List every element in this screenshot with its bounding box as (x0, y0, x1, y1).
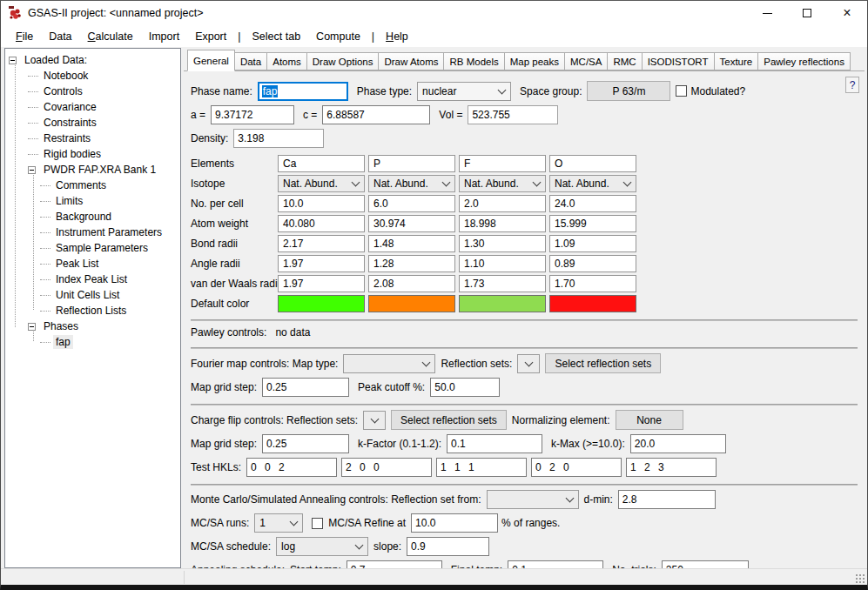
test-hkl-input[interactable] (246, 458, 337, 477)
mcsa-runs-dropdown[interactable]: 1 (254, 513, 303, 533)
mcsa-schedule-dropdown[interactable]: log (276, 537, 368, 556)
tab-general[interactable]: General (187, 50, 235, 71)
tree-item-index-peak-list[interactable]: Index Peak List (5, 272, 180, 287)
tab-rmc[interactable]: RMC (607, 52, 642, 70)
tree-item-rigid-bodies[interactable]: Rigid bodies (5, 146, 180, 162)
tab-data[interactable]: Data (234, 52, 267, 70)
bond-radii-field[interactable]: 1.09 (549, 235, 636, 252)
tree-item-fap[interactable]: fap (5, 334, 180, 350)
no-per-cell-field[interactable]: 6.0 (368, 195, 455, 212)
start-temp-input[interactable] (347, 560, 442, 568)
tree-item-reflection-lists[interactable]: Reflection Lists (5, 303, 180, 318)
tree-item-unit-cells-list[interactable]: Unit Cells List (5, 287, 180, 303)
help-button[interactable]: ? (845, 77, 859, 93)
bond-radii-field[interactable]: 1.48 (368, 235, 455, 252)
peak-cutoff-input[interactable] (430, 378, 500, 397)
tree-item-instrument-parameters[interactable]: Instrument Parameters (5, 225, 180, 240)
final-temp-input[interactable] (508, 560, 603, 568)
tree-item-peak-list[interactable]: Peak List (5, 256, 180, 272)
test-hkl-input[interactable] (341, 458, 432, 477)
tree-item-covariance[interactable]: Covariance (5, 99, 180, 115)
map-type-dropdown[interactable] (343, 354, 435, 373)
no-per-cell-field[interactable]: 24.0 (549, 195, 636, 212)
space-group-button[interactable]: P 63/m (587, 81, 670, 101)
tab-draw-options[interactable]: Draw Options (306, 52, 380, 70)
menu-calculate[interactable]: Calculate (80, 27, 141, 46)
bond-radii-field[interactable]: 2.17 (278, 235, 365, 252)
color-swatch[interactable] (459, 295, 546, 312)
vdw-radii-field[interactable]: 2.08 (368, 275, 455, 292)
tree-item-constraints[interactable]: Constraints (5, 115, 180, 131)
cf-map-grid-step-input[interactable] (262, 434, 349, 453)
tab-rb-models[interactable]: RB Models (443, 52, 504, 70)
tree-item-phases[interactable]: Phases (5, 318, 180, 334)
isotope-dropdown[interactable]: Nat. Abund. (278, 175, 365, 192)
color-swatch[interactable] (278, 295, 365, 312)
tab-isodistort[interactable]: ISODISTORT (642, 52, 715, 70)
tree-item-restraints[interactable]: Restraints (5, 131, 180, 146)
phase-type-dropdown[interactable]: nuclear (417, 82, 511, 101)
mcsa-refine-input[interactable] (411, 513, 498, 533)
k-factor-input[interactable] (447, 434, 542, 453)
vdw-radii-field[interactable]: 1.70 (549, 275, 636, 292)
collapse-icon[interactable] (9, 57, 17, 64)
menu-file[interactable]: File (8, 27, 41, 46)
angle-radii-field[interactable]: 1.97 (278, 255, 365, 272)
color-swatch[interactable] (549, 295, 636, 312)
minimize-button[interactable] (747, 1, 787, 25)
no-per-cell-field[interactable]: 2.0 (459, 195, 546, 212)
test-hkl-input[interactable] (626, 458, 717, 477)
map-grid-step-input[interactable] (262, 378, 349, 397)
slope-input[interactable] (407, 537, 489, 556)
tab-draw-atoms[interactable]: Draw Atoms (378, 52, 444, 70)
test-hkl-input[interactable] (436, 458, 527, 477)
isotope-dropdown[interactable]: Nat. Abund. (549, 175, 636, 192)
phase-name-input[interactable]: fap (258, 82, 348, 101)
no-per-cell-field[interactable]: 10.0 (278, 195, 365, 212)
k-max-input[interactable] (630, 434, 726, 453)
isotope-dropdown[interactable]: Nat. Abund. (459, 175, 546, 192)
vdw-radii-field[interactable]: 1.73 (459, 275, 546, 292)
tab-texture[interactable]: Texture (714, 52, 759, 70)
normalizing-element-button[interactable]: None (616, 410, 683, 430)
tab-atoms[interactable]: Atoms (266, 52, 307, 70)
menu-help[interactable]: Help (378, 27, 416, 46)
cf-reflection-sets-dropdown[interactable] (363, 411, 386, 430)
tree-item-notebook[interactable]: Notebook (5, 68, 180, 84)
c-input[interactable] (322, 105, 430, 124)
tree-item-sample-parameters[interactable]: Sample Parameters (5, 240, 180, 256)
cf-select-reflection-sets-button[interactable]: Select reflection sets (391, 410, 507, 430)
angle-radii-field[interactable]: 1.10 (459, 255, 546, 272)
tab-map-peaks[interactable]: Map peaks (504, 52, 565, 70)
tab-mcsa[interactable]: MC/SA (564, 52, 608, 70)
menu-select-tab[interactable]: Select tab (245, 27, 309, 46)
a-input[interactable] (211, 105, 294, 124)
tree-item-comments[interactable]: Comments (5, 178, 180, 193)
menu-import[interactable]: Import (141, 27, 187, 46)
tab-pawley-reflections[interactable]: Pawley reflections (757, 52, 851, 70)
tree-item-pwdr-bank[interactable]: PWDR FAP.XRA Bank 1 (5, 162, 180, 178)
dmin-input[interactable] (618, 490, 716, 509)
test-hkl-input[interactable] (531, 458, 622, 477)
color-swatch[interactable] (368, 295, 455, 312)
reflection-set-from-dropdown[interactable] (487, 490, 579, 509)
menu-data[interactable]: Data (41, 27, 79, 46)
no-trials-input[interactable] (662, 560, 749, 568)
angle-radii-field[interactable]: 1.28 (368, 255, 455, 272)
tree-item-loaded-data[interactable]: Loaded Data: (5, 52, 180, 68)
collapse-icon[interactable] (28, 323, 36, 331)
modulated-checkbox[interactable] (676, 85, 687, 97)
resize-grip[interactable] (855, 573, 865, 584)
tree-item-background[interactable]: Background (5, 209, 180, 225)
isotope-dropdown[interactable]: Nat. Abund. (368, 175, 455, 192)
select-reflection-sets-button[interactable]: Select reflection sets (545, 353, 661, 373)
vdw-radii-field[interactable]: 1.97 (278, 275, 365, 292)
tree-item-controls[interactable]: Controls (5, 84, 180, 99)
tree-item-limits[interactable]: Limits (5, 193, 180, 209)
menu-export[interactable]: Export (187, 27, 234, 46)
collapse-icon[interactable] (28, 166, 36, 174)
menu-compute[interactable]: Compute (308, 27, 368, 46)
maximize-button[interactable] (787, 1, 827, 25)
reflection-sets-dropdown[interactable] (517, 354, 540, 373)
mcsa-refine-checkbox[interactable] (312, 518, 323, 529)
